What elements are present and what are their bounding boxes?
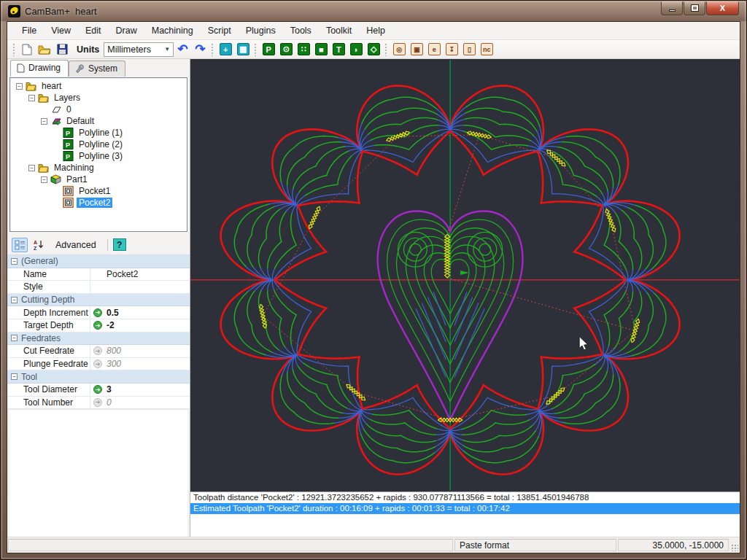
- message-list[interactable]: Toolpath distance 'Pocket2' : 12921.3723…: [190, 491, 740, 537]
- tree-item-layers[interactable]: −Layers: [10, 92, 187, 104]
- property-category-feedrates[interactable]: −Feedrates: [7, 332, 190, 346]
- advanced-button[interactable]: Advanced: [50, 238, 102, 252]
- tree-item-pocket1[interactable]: Pocket1: [10, 185, 187, 197]
- property-row-plunge-feedrate[interactable]: Plunge Feedrate➜300: [7, 358, 190, 371]
- toolbar-grip: [12, 43, 16, 56]
- menu-item-view[interactable]: View: [44, 23, 78, 39]
- help-button[interactable]: ?: [113, 238, 126, 251]
- property-row-cut-feedrate[interactable]: Cut Feedrate➜800: [7, 345, 190, 358]
- collapse-toggle[interactable]: −: [11, 297, 18, 303]
- menu-item-help[interactable]: Help: [359, 23, 392, 39]
- property-value[interactable]: 0.5: [105, 308, 190, 318]
- menu-item-toolkit[interactable]: Toolkit: [319, 23, 359, 39]
- surface-tool-icon[interactable]: ◇: [365, 42, 382, 57]
- menu-item-tools[interactable]: Tools: [283, 23, 319, 39]
- property-value[interactable]: 300: [105, 359, 190, 369]
- property-row-depth-increment[interactable]: Depth Increment➜0.5: [7, 306, 190, 319]
- property-category--general-[interactable]: −(General): [7, 255, 190, 268]
- property-category-cutting-depth[interactable]: −Cutting Depth: [7, 294, 190, 307]
- tab-drawing[interactable]: Drawing: [10, 60, 69, 77]
- alphabetical-sort-button[interactable]: AZ: [31, 238, 47, 252]
- window-frame: CamBam+ heart X FileViewEditDrawMachinin…: [0, 0, 747, 560]
- expand-toggle[interactable]: −: [28, 165, 35, 171]
- property-label: Tool Number: [7, 397, 90, 409]
- gcode-icon[interactable]: nc: [479, 42, 495, 57]
- value-set-icon: ➜: [93, 321, 102, 330]
- canvas-area[interactable]: [190, 59, 740, 491]
- resize-grip[interactable]: [729, 537, 740, 553]
- menu-item-plugins[interactable]: Plugins: [239, 23, 283, 39]
- drawing-tree[interactable]: −heart−Layers0−DefaultPPolyline (1)PPoly…: [9, 77, 187, 232]
- arc-tool-icon[interactable]: ◗: [348, 42, 364, 57]
- tree-item-label: Pocket2: [77, 198, 112, 208]
- engrave-mop-icon[interactable]: e: [426, 42, 442, 57]
- text-tool-icon[interactable]: T: [330, 42, 347, 57]
- svg-text:P: P: [66, 141, 70, 149]
- undo-icon[interactable]: ↶: [174, 42, 190, 57]
- expand-toggle[interactable]: −: [28, 95, 35, 101]
- pocket-mop-icon[interactable]: ▣: [409, 42, 425, 57]
- collapse-toggle[interactable]: −: [11, 373, 18, 380]
- tree-item-polyline-3-[interactable]: PPolyline (3): [10, 150, 187, 162]
- category-label: Tool: [21, 370, 37, 383]
- open-file-icon[interactable]: [36, 42, 53, 57]
- tree-item-default[interactable]: −Default: [10, 115, 187, 127]
- tree-item-pocket2[interactable]: Pocket2: [10, 197, 187, 209]
- circle-tool-icon[interactable]: ⊙: [278, 42, 294, 57]
- categorized-view-button[interactable]: [12, 238, 28, 252]
- property-value[interactable]: Pocket2: [105, 269, 190, 279]
- tab-system[interactable]: System: [69, 61, 125, 77]
- tree-item-label: Machining: [52, 163, 96, 173]
- collapse-toggle[interactable]: −: [11, 335, 18, 341]
- property-grid[interactable]: −(General)NamePocket2Style−Cutting Depth…: [7, 254, 190, 409]
- menu-item-machining[interactable]: Machining: [144, 23, 201, 39]
- tree-item-polyline-1-[interactable]: PPolyline (1): [10, 127, 187, 139]
- redo-icon[interactable]: ↷: [192, 42, 208, 57]
- maximize-button[interactable]: [684, 1, 705, 15]
- save-icon[interactable]: [54, 42, 70, 57]
- grid-icon[interactable]: ▦: [235, 42, 251, 57]
- property-value[interactable]: 3: [105, 384, 190, 394]
- message-row[interactable]: Toolpath distance 'Pocket2' : 12921.3723…: [190, 492, 740, 503]
- property-row-name[interactable]: NamePocket2: [7, 268, 190, 281]
- polyline-icon: P: [63, 139, 74, 149]
- menu-item-file[interactable]: File: [15, 23, 44, 39]
- tree-item-part1[interactable]: −Part1: [10, 174, 187, 185]
- minimize-button[interactable]: [661, 1, 683, 15]
- polyline-tool-icon[interactable]: P: [260, 42, 276, 57]
- property-row-style[interactable]: Style: [7, 281, 190, 294]
- menu-item-draw[interactable]: Draw: [109, 23, 144, 39]
- tree-item-machining[interactable]: −Machining: [10, 162, 187, 174]
- tree-item-heart[interactable]: −heart: [10, 80, 187, 92]
- property-row-tool-number[interactable]: Tool Number➜0: [7, 397, 190, 410]
- lathe-mop-icon[interactable]: ▯: [461, 42, 477, 57]
- zoom-fit-icon[interactable]: +: [217, 42, 233, 57]
- drill-mop-icon[interactable]: ↧: [444, 42, 460, 57]
- rectangle-tool-icon[interactable]: ■: [313, 42, 329, 57]
- property-row-target-depth[interactable]: Target Depth➜-2: [7, 319, 190, 332]
- new-file-icon[interactable]: [19, 42, 35, 57]
- menu-item-edit[interactable]: Edit: [78, 23, 109, 39]
- menu-item-script[interactable]: Script: [201, 23, 239, 39]
- property-value[interactable]: -2: [105, 320, 190, 330]
- drawing-canvas[interactable]: [190, 59, 740, 491]
- tree-item-0[interactable]: 0: [10, 104, 187, 115]
- property-row-tool-diameter[interactable]: Tool Diameter➜3: [7, 384, 190, 397]
- profile-mop-icon[interactable]: ◎: [391, 42, 407, 57]
- expand-toggle[interactable]: −: [41, 118, 47, 125]
- close-button[interactable]: X: [706, 1, 739, 15]
- property-value[interactable]: 800: [105, 346, 190, 356]
- folder-icon: [38, 163, 49, 173]
- paste-format-panel[interactable]: Paste format: [454, 539, 616, 551]
- tree-item-polyline-2-[interactable]: PPolyline (2): [10, 139, 187, 150]
- property-category-tool[interactable]: −Tool: [7, 370, 190, 384]
- message-row[interactable]: Estimated Toolpath 'Pocket2' duration : …: [190, 503, 740, 514]
- units-select[interactable]: Millimeters▼: [104, 42, 174, 57]
- title-bar[interactable]: CamBam+ heart X: [1, 1, 746, 21]
- points-tool-icon[interactable]: ∷: [295, 42, 311, 57]
- property-value[interactable]: 0: [105, 397, 190, 408]
- expand-toggle[interactable]: −: [41, 176, 47, 183]
- status-bar: Paste format 35.0000, -15.0000: [7, 537, 740, 553]
- collapse-toggle[interactable]: −: [11, 258, 18, 265]
- expand-toggle[interactable]: −: [16, 83, 23, 90]
